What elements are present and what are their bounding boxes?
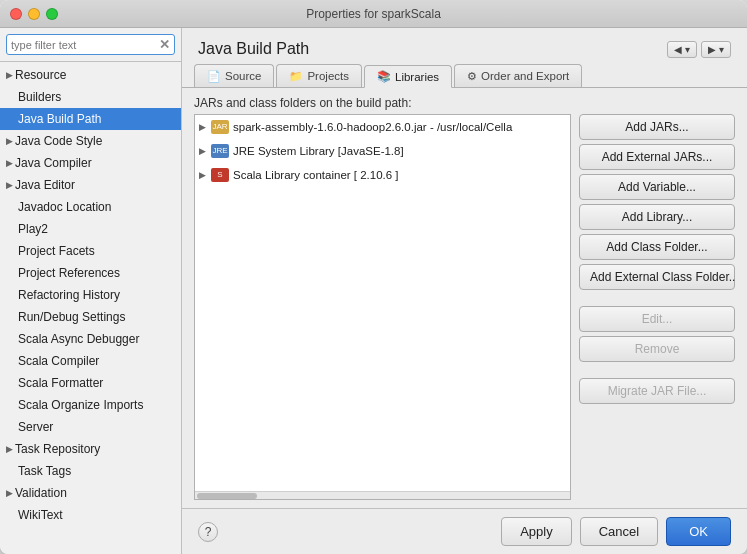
add-jars-button[interactable]: Add JARs... xyxy=(579,114,735,140)
sidebar-item-server[interactable]: Server xyxy=(0,416,181,438)
sidebar-item-scala-compiler[interactable]: Scala Compiler xyxy=(0,350,181,372)
sidebar-item-label: Resource xyxy=(15,66,66,84)
chevron-right-icon: ▶ xyxy=(6,154,13,172)
sidebar-item-java-compiler[interactable]: ▶ Java Compiler xyxy=(0,152,181,174)
jre-icon: JRE xyxy=(211,144,229,158)
add-class-folder-button[interactable]: Add Class Folder... xyxy=(579,234,735,260)
libraries-tab-icon: 📚 xyxy=(377,70,391,83)
edit-button[interactable]: Edit... xyxy=(579,306,735,332)
minimize-button[interactable] xyxy=(28,8,40,20)
sidebar-item-label: Scala Async Debugger xyxy=(18,332,139,346)
file-tree-content: ▶ JAR spark-assembly-1.6.0-hadoop2.6.0.j… xyxy=(195,115,570,491)
source-tab-icon: 📄 xyxy=(207,70,221,83)
expand-arrow-icon: ▶ xyxy=(199,141,211,161)
cancel-button[interactable]: Cancel xyxy=(580,517,658,546)
tab-source-label: Source xyxy=(225,70,261,82)
tab-order-and-export[interactable]: ⚙ Order and Export xyxy=(454,64,582,87)
sidebar-item-validation[interactable]: ▶ Validation xyxy=(0,482,181,504)
nav-forward-button[interactable]: ▶ ▾ xyxy=(701,41,731,58)
title-bar: Properties for sparkScala xyxy=(0,0,747,28)
content-area: ✕ ▶ Resource Builders Java Build Path ▶ … xyxy=(0,28,747,554)
nav-back-button[interactable]: ◀ ▾ xyxy=(667,41,697,58)
sidebar-item-label: Run/Debug Settings xyxy=(18,310,125,324)
body-label: JARs and class folders on the build path… xyxy=(194,96,735,110)
sidebar-item-java-code-style[interactable]: ▶ Java Code Style xyxy=(0,130,181,152)
sidebar-item-label: Java Compiler xyxy=(15,154,92,172)
tree-item-spark-jar[interactable]: ▶ JAR spark-assembly-1.6.0-hadoop2.6.0.j… xyxy=(195,115,570,139)
add-external-class-folder-button[interactable]: Add External Class Folder... xyxy=(579,264,735,290)
chevron-right-icon: ▶ xyxy=(6,484,13,502)
tab-source[interactable]: 📄 Source xyxy=(194,64,274,87)
expand-arrow-icon: ▶ xyxy=(199,165,211,185)
body-content: ▶ JAR spark-assembly-1.6.0-hadoop2.6.0.j… xyxy=(194,114,735,500)
sidebar-item-run-debug-settings[interactable]: Run/Debug Settings xyxy=(0,306,181,328)
chevron-right-icon: ▶ xyxy=(6,132,13,150)
sidebar-item-scala-formatter[interactable]: Scala Formatter xyxy=(0,372,181,394)
tree-item-label: spark-assembly-1.6.0-hadoop2.6.0.jar - /… xyxy=(233,117,512,137)
window-title: Properties for sparkScala xyxy=(306,7,441,21)
tree-item-scala-lib[interactable]: ▶ S Scala Library container [ 2.10.6 ] xyxy=(195,163,570,187)
sidebar-item-project-references[interactable]: Project References xyxy=(0,262,181,284)
footer-right: Apply Cancel OK xyxy=(501,517,731,546)
tab-libraries[interactable]: 📚 Libraries xyxy=(364,65,452,88)
tab-projects[interactable]: 📁 Projects xyxy=(276,64,362,87)
sidebar-item-label: Task Repository xyxy=(15,440,100,458)
sidebar-item-wikitext[interactable]: WikiText xyxy=(0,504,181,526)
filter-input[interactable] xyxy=(11,39,157,51)
close-button[interactable] xyxy=(10,8,22,20)
chevron-right-icon: ▶ xyxy=(6,440,13,458)
tab-projects-label: Projects xyxy=(307,70,349,82)
sidebar-item-label: Play2 xyxy=(18,222,48,236)
sidebar-item-label: Scala Organize Imports xyxy=(18,398,143,412)
page-title: Java Build Path xyxy=(198,40,309,58)
expand-arrow-icon: ▶ xyxy=(199,117,211,137)
add-library-button[interactable]: Add Library... xyxy=(579,204,735,230)
apply-button[interactable]: Apply xyxy=(501,517,572,546)
main-panel: Java Build Path ◀ ▾ ▶ ▾ 📄 Source 📁 Proje… xyxy=(182,28,747,554)
sidebar-item-scala-organize-imports[interactable]: Scala Organize Imports xyxy=(0,394,181,416)
ok-button[interactable]: OK xyxy=(666,517,731,546)
sidebar-item-java-build-path[interactable]: Java Build Path xyxy=(0,108,181,130)
jar-icon: JAR xyxy=(211,120,229,134)
sidebar-list: ▶ Resource Builders Java Build Path ▶ Ja… xyxy=(0,62,181,554)
sidebar-item-label: Validation xyxy=(15,484,67,502)
window: Properties for sparkScala ✕ ▶ Resource B… xyxy=(0,0,747,554)
order-tab-icon: ⚙ xyxy=(467,70,477,83)
sidebar-item-java-editor[interactable]: ▶ Java Editor xyxy=(0,174,181,196)
tree-item-label: Scala Library container [ 2.10.6 ] xyxy=(233,165,399,185)
add-variable-button[interactable]: Add Variable... xyxy=(579,174,735,200)
sidebar-item-label: Server xyxy=(18,420,53,434)
tree-item-jre[interactable]: ▶ JRE JRE System Library [JavaSE-1.8] xyxy=(195,139,570,163)
sidebar-item-label: Scala Formatter xyxy=(18,376,103,390)
sidebar-item-resource[interactable]: ▶ Resource xyxy=(0,64,181,86)
sidebar-item-label: Project References xyxy=(18,266,120,280)
sidebar-item-scala-async-debugger[interactable]: Scala Async Debugger xyxy=(0,328,181,350)
maximize-button[interactable] xyxy=(46,8,58,20)
tab-libraries-label: Libraries xyxy=(395,71,439,83)
sidebar-item-label: Builders xyxy=(18,90,61,104)
projects-tab-icon: 📁 xyxy=(289,70,303,83)
main-body: JARs and class folders on the build path… xyxy=(182,88,747,508)
footer-left: ? xyxy=(198,522,218,542)
filter-box: ✕ xyxy=(0,28,181,62)
help-button[interactable]: ? xyxy=(198,522,218,542)
sidebar-item-javadoc-location[interactable]: Javadoc Location xyxy=(0,196,181,218)
sidebar-item-label: WikiText xyxy=(18,508,63,522)
sidebar-item-label: Java Code Style xyxy=(15,132,102,150)
tree-item-label: JRE System Library [JavaSE-1.8] xyxy=(233,141,404,161)
remove-button[interactable]: Remove xyxy=(579,336,735,362)
sidebar-item-task-tags[interactable]: Task Tags xyxy=(0,460,181,482)
sidebar-item-builders[interactable]: Builders xyxy=(0,86,181,108)
sidebar-item-label: Java Editor xyxy=(15,176,75,194)
sidebar-item-label: Task Tags xyxy=(18,464,71,478)
migrate-jar-button[interactable]: Migrate JAR File... xyxy=(579,378,735,404)
sidebar-item-task-repository[interactable]: ▶ Task Repository xyxy=(0,438,181,460)
sidebar-item-label: Refactoring History xyxy=(18,288,120,302)
horizontal-scrollbar[interactable] xyxy=(195,491,570,499)
filter-clear-icon[interactable]: ✕ xyxy=(159,37,170,52)
sidebar-item-project-facets[interactable]: Project Facets xyxy=(0,240,181,262)
sidebar-item-refactoring-history[interactable]: Refactoring History xyxy=(0,284,181,306)
add-external-jars-button[interactable]: Add External JARs... xyxy=(579,144,735,170)
sidebar-item-play2[interactable]: Play2 xyxy=(0,218,181,240)
sidebar-item-label: Project Facets xyxy=(18,244,95,258)
